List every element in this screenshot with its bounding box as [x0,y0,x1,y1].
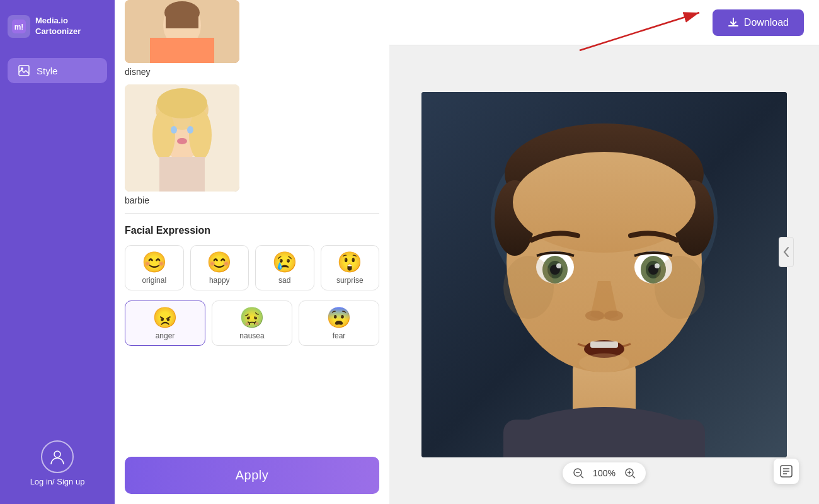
canvas-area: 100% [389,45,819,504]
svg-point-4 [54,451,60,457]
svg-point-42 [585,311,604,321]
fear-label: fear [333,331,346,340]
sidebar: m! Media.io Cartoonizer Style Log in/ Si… [0,0,115,504]
collapse-panel-handle[interactable] [779,237,794,267]
svg-rect-9 [150,38,214,63]
svg-rect-8 [166,16,198,28]
surprise-label: surprise [336,276,364,285]
download-icon [728,17,739,28]
cartoon-face-svg [421,92,787,457]
svg-line-21 [580,13,699,50]
barbie-label: barbie [125,195,379,205]
avatar[interactable] [41,440,74,473]
svg-point-17 [187,126,193,134]
zoom-out-icon [573,467,584,479]
nausea-emoji: 🤢 [239,307,265,328]
style-barbie[interactable]: barbie [125,84,379,205]
svg-rect-45 [590,341,618,348]
notes-button[interactable] [774,459,799,484]
svg-point-18 [177,138,187,144]
svg-point-48 [655,256,705,319]
svg-line-51 [581,476,583,478]
svg-rect-26 [503,420,705,457]
expression-sad[interactable]: 😢 sad [255,245,314,290]
panel-scroll[interactable]: disney barbie [115,0,389,457]
expression-fear[interactable]: 😨 fear [299,301,379,346]
app-name: Media.io Cartoonizer [35,16,81,37]
download-button[interactable]: Download [713,9,804,36]
section-divider [125,213,379,214]
disney-preview-image [125,0,239,63]
fear-emoji: 😨 [326,307,352,328]
zoom-in-icon [624,467,636,479]
expression-original[interactable]: 😊 original [125,245,184,290]
sidebar-item-style[interactable]: Style [8,58,107,83]
zoom-bar: 100% [563,462,646,484]
svg-text:m!: m! [14,23,24,32]
svg-point-41 [655,263,660,268]
chevron-left-icon [783,246,789,258]
svg-point-13 [152,110,175,160]
barbie-preview-image [125,84,239,192]
sad-emoji: 😢 [272,252,297,272]
expression-anger[interactable]: 😠 anger [125,301,205,346]
svg-point-47 [503,256,554,319]
logo-area: m! Media.io Cartoonizer [0,10,115,43]
sidebar-bottom: Log in/ Sign up [30,440,85,494]
expression-surprise[interactable]: 😲 surprise [321,245,380,290]
surprise-emoji: 😲 [337,252,362,272]
anger-emoji: 😠 [152,307,178,328]
svg-line-55 [633,476,635,478]
image-preview [421,92,787,457]
sad-label: sad [278,276,290,285]
image-icon [18,64,30,77]
app-logo-icon: m! [8,15,30,38]
happy-label: happy [209,276,230,285]
expression-grid-row1: 😊 original 😊 happy 😢 sad 😲 surprise [125,245,379,290]
svg-point-15 [157,88,207,118]
panel: disney barbie [115,0,389,504]
zoom-out-button[interactable] [573,467,584,479]
expression-nausea[interactable]: 🤢 nausea [212,301,292,346]
apply-button[interactable]: Apply [125,457,379,494]
top-bar: Download [389,0,819,45]
login-label[interactable]: Log in/ Sign up [30,477,85,486]
disney-label: disney [125,67,379,77]
svg-point-37 [556,263,561,268]
nausea-label: nausea [239,331,264,340]
happy-emoji: 😊 [207,252,232,272]
user-icon [49,448,66,466]
svg-point-14 [189,110,212,160]
zoom-in-button[interactable] [624,467,636,479]
expression-happy[interactable]: 😊 happy [190,245,249,290]
sidebar-item-style-label: Style [37,66,57,76]
svg-point-16 [171,126,177,134]
zoom-value: 100% [592,468,617,478]
original-label: original [142,276,166,285]
original-emoji: 😊 [142,252,167,272]
download-label: Download [744,17,789,28]
anger-label: anger [156,331,175,340]
main-canvas-area: Download [389,0,819,504]
svg-rect-19 [159,157,205,192]
svg-point-46 [579,353,629,372]
expression-grid-row2: 😠 anger 🤢 nausea 😨 fear [125,301,379,346]
facial-expression-title: Facial Expression [125,225,379,236]
style-disney[interactable]: disney [125,0,379,77]
notes-icon [779,464,793,478]
svg-point-43 [604,311,623,321]
